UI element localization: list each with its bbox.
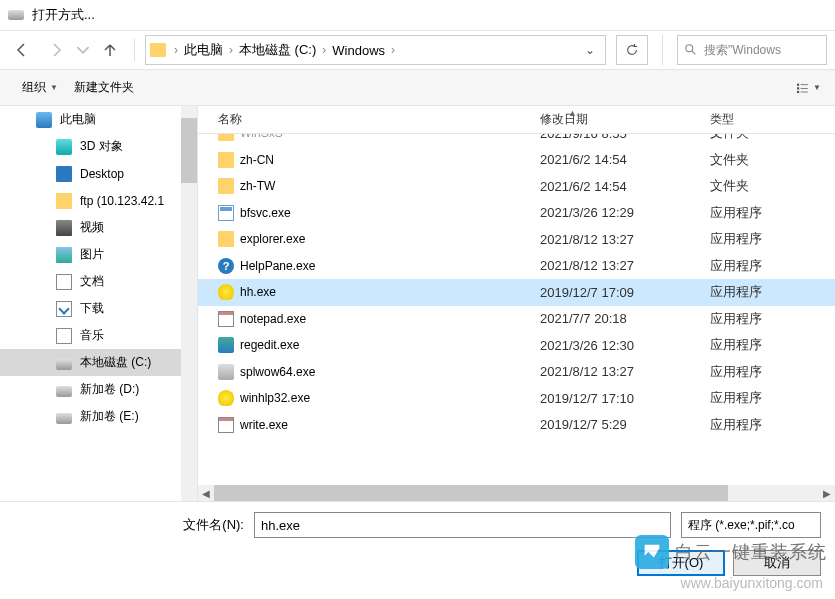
file-type: 文件夹	[698, 151, 808, 169]
bulb-icon	[218, 284, 234, 300]
back-button[interactable]	[8, 36, 36, 64]
footer: 文件名(N): 程序 (*.exe;*.pif;*.co 打开(O) 取消	[0, 501, 835, 586]
sidebar-item[interactable]: 图片	[0, 241, 197, 268]
sidebar-item[interactable]: 本地磁盘 (C:)	[0, 349, 197, 376]
file-date: 2021/8/12 13:27	[528, 364, 698, 379]
new-folder-button[interactable]: 新建文件夹	[66, 75, 142, 100]
breadcrumb-dropdown[interactable]: ⌄	[579, 43, 601, 57]
refresh-button[interactable]	[616, 35, 648, 65]
file-row[interactable]: zh-CN2021/6/2 14:54文件夹	[198, 147, 835, 174]
view-options-button[interactable]: ▼	[797, 76, 821, 100]
svg-rect-6	[801, 91, 808, 92]
svg-rect-5	[797, 90, 799, 92]
sidebar-item[interactable]: 下载	[0, 295, 197, 322]
sidebar-item[interactable]: 3D 对象	[0, 133, 197, 160]
scrollbar-thumb[interactable]	[181, 118, 197, 183]
window-title: 打开方式...	[32, 6, 95, 24]
file-row[interactable]: notepad.exe2021/7/7 20:18应用程序	[198, 306, 835, 333]
3d-icon	[56, 139, 72, 155]
file-row[interactable]: explorer.exe2021/8/12 13:27应用程序	[198, 226, 835, 253]
folder-icon	[218, 152, 234, 168]
sidebar-scrollbar[interactable]	[181, 106, 197, 501]
search-placeholder: 搜索"Windows	[704, 42, 781, 59]
organize-menu[interactable]: 组织▼	[14, 75, 66, 100]
file-date: 2019/12/7 5:29	[528, 417, 698, 432]
file-row[interactable]: splwow64.exe2021/8/12 13:27应用程序	[198, 359, 835, 386]
music-icon	[56, 328, 72, 344]
file-row[interactable]: zh-TW2021/6/2 14:54文件夹	[198, 173, 835, 200]
file-name: notepad.exe	[240, 312, 306, 326]
chevron-right-icon[interactable]: ›	[227, 43, 235, 57]
search-input[interactable]: 搜索"Windows	[677, 35, 827, 65]
forward-button[interactable]	[42, 36, 70, 64]
scrollbar-thumb[interactable]	[214, 485, 728, 501]
svg-rect-4	[801, 88, 808, 89]
horizontal-scrollbar[interactable]: ◀ ▶	[198, 485, 835, 501]
up-button[interactable]	[96, 36, 124, 64]
scroll-right-button[interactable]: ▶	[819, 485, 835, 501]
sidebar-item[interactable]: 新加卷 (E:)	[0, 403, 197, 430]
file-type: 应用程序	[698, 336, 808, 354]
sidebar-item[interactable]: 文档	[0, 268, 197, 295]
bulb-icon	[218, 390, 234, 406]
notepad-icon	[218, 417, 234, 433]
down-icon	[56, 301, 72, 317]
file-date: 2021/3/26 12:29	[528, 205, 698, 220]
pic-icon	[56, 247, 72, 263]
file-row[interactable]: ?HelpPane.exe2021/8/12 13:27应用程序	[198, 253, 835, 280]
file-type: 文件夹	[698, 177, 808, 195]
filename-input[interactable]	[254, 512, 671, 538]
titlebar: 打开方式...	[0, 0, 835, 30]
sidebar-item[interactable]: 新加卷 (D:)	[0, 376, 197, 403]
filename-label: 文件名(N):	[14, 516, 244, 534]
video-icon	[56, 220, 72, 236]
notepad-icon	[218, 311, 234, 327]
filter-combo[interactable]: 程序 (*.exe;*.pif;*.co	[681, 512, 821, 538]
breadcrumb-item[interactable]: 本地磁盘 (C:)	[235, 41, 320, 59]
main: 此电脑3D 对象Desktopftp (10.123.42.1视频图片文档下载音…	[0, 106, 835, 501]
printer-icon	[218, 364, 234, 380]
column-header-date[interactable]: 修改日期	[528, 111, 698, 128]
file-row[interactable]: WinSxS2021/9/16 8:55文件夹	[198, 134, 835, 147]
chevron-right-icon[interactable]: ›	[172, 43, 180, 57]
file-list: WinSxS2021/9/16 8:55文件夹zh-CN2021/6/2 14:…	[198, 134, 835, 501]
sidebar-item[interactable]: ftp (10.123.42.1	[0, 187, 197, 214]
file-name: hh.exe	[240, 285, 276, 299]
file-name: WinSxS	[240, 134, 283, 140]
file-row[interactable]: regedit.exe2021/3/26 12:30应用程序	[198, 332, 835, 359]
column-header-type[interactable]: 类型	[698, 111, 808, 128]
file-type: 应用程序	[698, 230, 808, 248]
breadcrumb[interactable]: › 此电脑 › 本地磁盘 (C:) › Windows › ⌄	[145, 35, 606, 65]
file-name: regedit.exe	[240, 338, 299, 352]
file-row[interactable]: hh.exe2019/12/7 17:09应用程序	[198, 279, 835, 306]
scroll-left-button[interactable]: ◀	[198, 485, 214, 501]
search-icon	[684, 43, 698, 57]
window-icon	[8, 10, 24, 20]
file-name: zh-TW	[240, 179, 275, 193]
breadcrumb-item[interactable]: Windows	[328, 43, 389, 58]
file-row[interactable]: bfsvc.exe2021/3/26 12:29应用程序	[198, 200, 835, 227]
open-button[interactable]: 打开(O)	[637, 550, 725, 576]
chevron-right-icon[interactable]: ›	[389, 43, 397, 57]
sidebar-item-label: ftp (10.123.42.1	[80, 194, 164, 208]
cancel-button[interactable]: 取消	[733, 550, 821, 576]
file-date: 2021/7/7 20:18	[528, 311, 698, 326]
sidebar-item-label: 下载	[80, 300, 104, 317]
file-row[interactable]: write.exe2019/12/7 5:29应用程序	[198, 412, 835, 439]
recent-dropdown[interactable]	[76, 36, 90, 64]
svg-rect-3	[797, 87, 799, 89]
column-header-name[interactable]: 名称	[198, 111, 528, 128]
sidebar-item-label: 新加卷 (D:)	[80, 381, 139, 398]
sidebar-item[interactable]: Desktop	[0, 160, 197, 187]
chevron-right-icon[interactable]: ›	[320, 43, 328, 57]
sidebar-item[interactable]: 视频	[0, 214, 197, 241]
toolbar: 组织▼ 新建文件夹 ▼	[0, 70, 835, 106]
sidebar-item[interactable]: 音乐	[0, 322, 197, 349]
file-date: 2019/12/7 17:09	[528, 285, 698, 300]
breadcrumb-item[interactable]: 此电脑	[180, 41, 227, 59]
file-row[interactable]: winhlp32.exe2019/12/7 17:10应用程序	[198, 385, 835, 412]
svg-rect-1	[797, 83, 799, 85]
sidebar-item[interactable]: 此电脑	[0, 106, 197, 133]
file-type: 应用程序	[698, 283, 808, 301]
file-date: 2021/9/16 8:55	[528, 134, 698, 141]
